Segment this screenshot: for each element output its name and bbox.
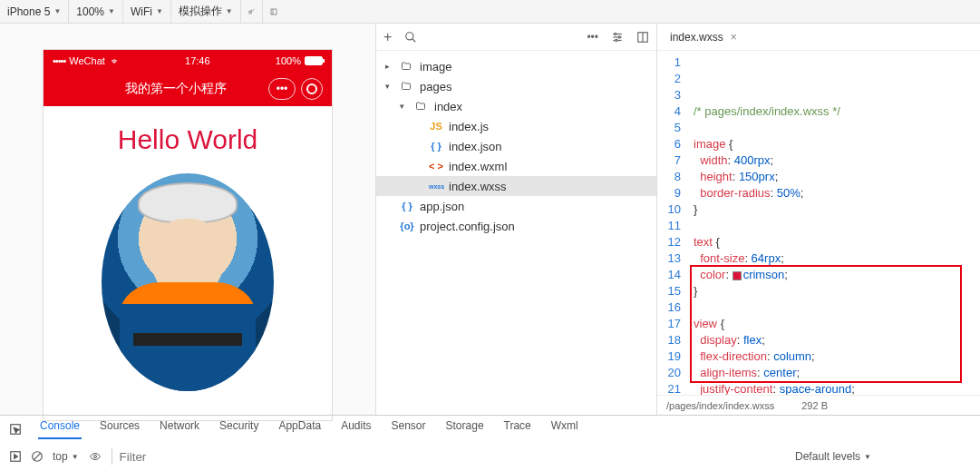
code-line[interactable]: }	[694, 283, 973, 299]
arrow-icon: ▾	[385, 82, 394, 91]
code-line[interactable]	[694, 218, 973, 234]
more-button[interactable]: •••	[587, 31, 598, 44]
chevron-down-icon: ▼	[72, 453, 79, 461]
code-line[interactable]: align-items: center;	[694, 365, 973, 381]
file-index-wxml[interactable]: < >index.wxml	[376, 156, 656, 176]
code-line[interactable]	[694, 120, 973, 136]
devtools-tabs: ConsoleSourcesNetworkSecurityAppDataAudi…	[0, 416, 980, 443]
config-icon: {o}	[400, 221, 414, 231]
color-swatch-icon	[733, 271, 742, 280]
collapse-button[interactable]	[263, 0, 285, 23]
folder-index[interactable]: ▾index	[376, 96, 656, 116]
svg-marker-15	[15, 455, 17, 459]
log-levels-selector[interactable]: Default levels ▼	[795, 450, 871, 463]
code-line[interactable]: image {	[694, 136, 973, 152]
device-selector[interactable]: iPhone 5 ▼	[0, 0, 69, 23]
capsule-menu-button[interactable]: •••	[268, 78, 296, 100]
code-line[interactable]: }	[694, 201, 973, 218]
mute-icon	[248, 5, 255, 18]
code-line[interactable]: display: flex;	[694, 332, 973, 348]
clear-console-button[interactable]	[31, 450, 44, 463]
code-line[interactable]: text {	[694, 234, 973, 250]
network-selector[interactable]: WiFi ▼	[123, 0, 171, 23]
folder-icon	[414, 101, 429, 112]
mock-label: 模拟操作	[179, 4, 222, 19]
code-line[interactable]: flex-direction: column;	[694, 348, 973, 365]
code-line[interactable]: border-radius: 50%;	[694, 185, 973, 201]
mock-selector[interactable]: 模拟操作 ▼	[171, 0, 241, 23]
settings-icon-button[interactable]	[611, 31, 624, 44]
search-button[interactable]	[404, 31, 417, 44]
devtools-tab-sensor[interactable]: Sensor	[390, 419, 428, 439]
tab-index-wxss[interactable]: index.wxss ×	[663, 24, 744, 50]
inspect-button[interactable]	[9, 423, 22, 436]
file-index-js[interactable]: JSindex.js	[376, 116, 656, 136]
devtools-tab-console[interactable]: Console	[38, 419, 82, 439]
code-line[interactable]: font-size: 64rpx;	[694, 250, 973, 267]
devtools-tab-wxml[interactable]: Wxml	[549, 419, 580, 439]
devtools-tab-security[interactable]: Security	[218, 419, 260, 439]
levels-label: Default levels	[795, 450, 860, 463]
code-line[interactable]: width: 400rpx;	[694, 152, 973, 169]
status-bar: ••••• WeChat 17:46 100%	[44, 50, 332, 72]
file-index-wxss[interactable]: wxssindex.wxss	[376, 176, 656, 196]
node-label: project.config.json	[420, 220, 515, 233]
code-editor[interactable]: 123456789101112131415161718192021 /* pag…	[657, 51, 980, 395]
folder-icon	[400, 61, 414, 72]
code-line[interactable]: color: crimson;	[694, 267, 973, 283]
add-button[interactable]: +	[383, 29, 392, 45]
folder-image[interactable]: ▸image	[376, 56, 656, 76]
code-line[interactable]: view {	[694, 316, 973, 332]
code-line[interactable]: justify-content: space-around;	[694, 381, 973, 395]
devtools-tab-sources[interactable]: Sources	[98, 419, 141, 439]
devtools-tab-trace[interactable]: Trace	[502, 419, 533, 439]
zoom-label: 100%	[76, 5, 104, 18]
battery-pct: 100%	[276, 55, 301, 66]
json-icon: { }	[429, 141, 443, 152]
file-index-json[interactable]: { }index.json	[376, 136, 656, 156]
folder-pages[interactable]: ▾pages	[376, 76, 656, 96]
chevron-down-icon: ▼	[226, 7, 233, 15]
toggle-drawer-button[interactable]	[9, 450, 22, 463]
file-tree[interactable]: ▸image▾pages▾indexJSindex.js{ }index.jso…	[376, 51, 656, 241]
devtools-tab-audits[interactable]: Audits	[339, 419, 373, 439]
filter-input[interactable]	[112, 448, 347, 465]
devtools-tab-storage[interactable]: Storage	[444, 419, 486, 439]
chevron-down-icon: ▼	[108, 7, 115, 15]
devtools-panel: ConsoleSourcesNetworkSecurityAppDataAudi…	[0, 415, 980, 471]
eye-icon	[88, 451, 102, 462]
code-line[interactable]: /* pages/index/index.wxss */	[694, 103, 973, 120]
context-selector[interactable]: top ▼	[53, 450, 79, 463]
close-icon[interactable]: ×	[731, 31, 737, 44]
target-icon	[306, 83, 317, 94]
svg-point-18	[93, 456, 96, 458]
arrow-icon: ▾	[400, 102, 409, 111]
split-icon	[636, 31, 649, 44]
svg-line-17	[34, 453, 41, 460]
svg-line-4	[412, 38, 416, 42]
ban-icon	[31, 450, 44, 463]
context-label: top	[53, 450, 68, 463]
code-line[interactable]: height: 150prx;	[694, 169, 973, 185]
node-label: index.wxml	[449, 160, 507, 173]
code-line[interactable]	[694, 299, 973, 316]
devtools-tab-appdata[interactable]: AppData	[277, 419, 323, 439]
devtools-tab-network[interactable]: Network	[158, 419, 201, 439]
code-content[interactable]: /* pages/index/index.wxss */ image { wid…	[686, 51, 980, 395]
zoom-selector[interactable]: 100% ▼	[69, 0, 123, 23]
editor-statusbar: /pages/index/index.wxss 292 B	[657, 395, 980, 415]
file-app-json[interactable]: { }app.json	[376, 196, 656, 216]
play-box-icon	[9, 450, 22, 463]
carrier-label: WeChat	[69, 55, 105, 66]
inspect-icon	[9, 423, 22, 436]
mute-button[interactable]	[241, 0, 263, 23]
capsule-close-button[interactable]	[301, 78, 323, 100]
svg-rect-1	[271, 9, 277, 15]
simulator-pane: ••••• WeChat 17:46 100% 我的第一个小程序 •••	[0, 24, 376, 415]
eye-button[interactable]	[88, 451, 102, 462]
status-size: 292 B	[801, 400, 828, 411]
file-project-config-json[interactable]: {o}project.config.json	[376, 216, 656, 236]
search-icon	[404, 31, 417, 44]
top-toolbar: iPhone 5 ▼ 100% ▼ WiFi ▼ 模拟操作 ▼	[0, 0, 980, 24]
split-button[interactable]	[636, 31, 649, 44]
